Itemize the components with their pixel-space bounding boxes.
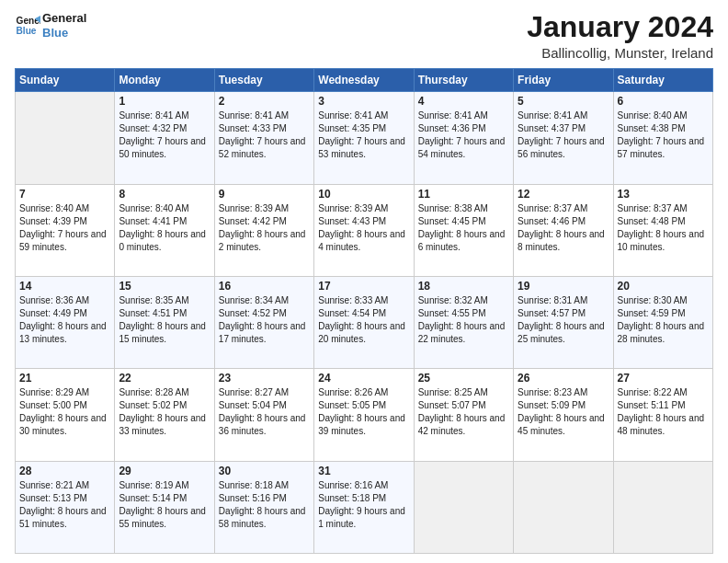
cell-content: Sunrise: 8:40 AMSunset: 4:38 PMDaylight:… — [618, 109, 709, 161]
day-number: 21 — [19, 372, 110, 385]
day-number: 31 — [318, 465, 409, 477]
day-number: 12 — [518, 188, 609, 201]
cell-content: Sunrise: 8:31 AMSunset: 4:57 PMDaylight:… — [518, 294, 609, 346]
day-cell: 10Sunrise: 8:39 AMSunset: 4:43 PMDayligh… — [314, 184, 414, 276]
day-number: 19 — [518, 280, 609, 293]
day-cell: 29Sunrise: 8:19 AMSunset: 5:14 PMDayligh… — [115, 461, 214, 553]
day-number: 28 — [19, 465, 110, 477]
cell-content: Sunrise: 8:19 AMSunset: 5:14 PMDaylight:… — [119, 479, 210, 531]
calendar-table: Sunday Monday Tuesday Wednesday Thursday… — [15, 68, 713, 554]
day-number: 5 — [518, 95, 609, 108]
day-number: 15 — [119, 280, 210, 293]
cell-content: Sunrise: 8:21 AMSunset: 5:13 PMDaylight:… — [19, 479, 110, 531]
day-cell: 20Sunrise: 8:30 AMSunset: 4:59 PMDayligh… — [613, 276, 712, 368]
day-cell: 12Sunrise: 8:37 AMSunset: 4:46 PMDayligh… — [514, 184, 613, 276]
week-row-2: 7Sunrise: 8:40 AMSunset: 4:39 PMDaylight… — [16, 184, 713, 276]
col-thursday: Thursday — [414, 69, 513, 92]
day-number: 22 — [119, 372, 210, 385]
day-cell: 28Sunrise: 8:21 AMSunset: 5:13 PMDayligh… — [16, 461, 115, 553]
cell-content: Sunrise: 8:41 AMSunset: 4:32 PMDaylight:… — [119, 109, 210, 161]
week-row-4: 21Sunrise: 8:29 AMSunset: 5:00 PMDayligh… — [16, 369, 713, 461]
day-number: 1 — [119, 95, 210, 108]
cell-content: Sunrise: 8:36 AMSunset: 4:49 PMDaylight:… — [19, 294, 110, 346]
day-cell — [613, 461, 712, 553]
logo-general: General — [42, 11, 86, 26]
location: Ballincollig, Munster, Ireland — [527, 45, 713, 61]
col-sunday: Sunday — [16, 69, 115, 92]
day-cell: 31Sunrise: 8:16 AMSunset: 5:18 PMDayligh… — [314, 461, 414, 553]
day-cell: 27Sunrise: 8:22 AMSunset: 5:11 PMDayligh… — [613, 369, 712, 461]
cell-content: Sunrise: 8:25 AMSunset: 5:07 PMDaylight:… — [418, 386, 509, 438]
week-row-1: 1Sunrise: 8:41 AMSunset: 4:32 PMDaylight… — [16, 92, 713, 184]
day-cell: 17Sunrise: 8:33 AMSunset: 4:54 PMDayligh… — [314, 276, 414, 368]
col-monday: Monday — [115, 69, 214, 92]
col-wednesday: Wednesday — [314, 69, 414, 92]
cell-content: Sunrise: 8:16 AMSunset: 5:18 PMDaylight:… — [318, 479, 409, 531]
cell-content: Sunrise: 8:28 AMSunset: 5:02 PMDaylight:… — [119, 386, 210, 438]
cell-content: Sunrise: 8:22 AMSunset: 5:11 PMDaylight:… — [618, 386, 709, 438]
day-number: 3 — [318, 95, 409, 108]
day-number: 10 — [318, 188, 409, 201]
cell-content: Sunrise: 8:27 AMSunset: 5:04 PMDaylight:… — [219, 386, 310, 438]
day-cell: 24Sunrise: 8:26 AMSunset: 5:05 PMDayligh… — [314, 369, 414, 461]
day-cell: 5Sunrise: 8:41 AMSunset: 4:37 PMDaylight… — [514, 92, 613, 184]
day-number: 29 — [119, 465, 210, 477]
cell-content: Sunrise: 8:32 AMSunset: 4:55 PMDaylight:… — [418, 294, 509, 346]
cell-content: Sunrise: 8:23 AMSunset: 5:09 PMDaylight:… — [518, 386, 609, 438]
day-number: 27 — [618, 372, 709, 385]
day-cell: 16Sunrise: 8:34 AMSunset: 4:52 PMDayligh… — [214, 276, 313, 368]
cell-content: Sunrise: 8:41 AMSunset: 4:33 PMDaylight:… — [219, 109, 310, 161]
cell-content: Sunrise: 8:26 AMSunset: 5:05 PMDaylight:… — [318, 386, 409, 438]
cell-content: Sunrise: 8:33 AMSunset: 4:54 PMDaylight:… — [318, 294, 409, 346]
col-saturday: Saturday — [613, 69, 712, 92]
day-number: 20 — [618, 280, 709, 293]
day-cell: 3Sunrise: 8:41 AMSunset: 4:35 PMDaylight… — [314, 92, 414, 184]
title-block: January 2024 Ballincollig, Munster, Irel… — [527, 11, 713, 61]
day-cell — [16, 92, 115, 184]
day-number: 4 — [418, 95, 509, 108]
day-cell: 13Sunrise: 8:37 AMSunset: 4:48 PMDayligh… — [613, 184, 712, 276]
day-number: 30 — [219, 465, 310, 477]
day-number: 14 — [19, 280, 110, 293]
day-cell: 2Sunrise: 8:41 AMSunset: 4:33 PMDaylight… — [214, 92, 313, 184]
col-tuesday: Tuesday — [214, 69, 313, 92]
logo-icon: General Blue — [15, 13, 40, 39]
day-number: 11 — [418, 188, 509, 201]
header-row: Sunday Monday Tuesday Wednesday Thursday… — [16, 69, 713, 92]
day-cell: 11Sunrise: 8:38 AMSunset: 4:45 PMDayligh… — [414, 184, 513, 276]
day-cell: 23Sunrise: 8:27 AMSunset: 5:04 PMDayligh… — [214, 369, 313, 461]
day-cell: 21Sunrise: 8:29 AMSunset: 5:00 PMDayligh… — [16, 369, 115, 461]
day-number: 18 — [418, 280, 509, 293]
cell-content: Sunrise: 8:34 AMSunset: 4:52 PMDaylight:… — [219, 294, 310, 346]
cell-content: Sunrise: 8:40 AMSunset: 4:41 PMDaylight:… — [119, 202, 210, 254]
day-cell: 30Sunrise: 8:18 AMSunset: 5:16 PMDayligh… — [214, 461, 313, 553]
day-cell: 18Sunrise: 8:32 AMSunset: 4:55 PMDayligh… — [414, 276, 513, 368]
day-cell: 4Sunrise: 8:41 AMSunset: 4:36 PMDaylight… — [414, 92, 513, 184]
col-friday: Friday — [514, 69, 613, 92]
cell-content: Sunrise: 8:37 AMSunset: 4:48 PMDaylight:… — [618, 202, 709, 254]
day-cell: 25Sunrise: 8:25 AMSunset: 5:07 PMDayligh… — [414, 369, 513, 461]
calendar-page: General Blue General Blue January 2024 B… — [0, 0, 728, 563]
week-row-3: 14Sunrise: 8:36 AMSunset: 4:49 PMDayligh… — [16, 276, 713, 368]
day-number: 8 — [119, 188, 210, 201]
day-number: 7 — [19, 188, 110, 201]
day-cell: 14Sunrise: 8:36 AMSunset: 4:49 PMDayligh… — [16, 276, 115, 368]
cell-content: Sunrise: 8:38 AMSunset: 4:45 PMDaylight:… — [418, 202, 509, 254]
week-row-5: 28Sunrise: 8:21 AMSunset: 5:13 PMDayligh… — [16, 461, 713, 553]
day-number: 2 — [219, 95, 310, 108]
cell-content: Sunrise: 8:29 AMSunset: 5:00 PMDaylight:… — [19, 386, 110, 438]
day-number: 23 — [219, 372, 310, 385]
day-cell — [514, 461, 613, 553]
cell-content: Sunrise: 8:35 AMSunset: 4:51 PMDaylight:… — [119, 294, 210, 346]
logo: General Blue General Blue — [15, 11, 86, 40]
day-cell — [414, 461, 513, 553]
svg-text:Blue: Blue — [17, 25, 37, 35]
cell-content: Sunrise: 8:39 AMSunset: 4:43 PMDaylight:… — [318, 202, 409, 254]
day-cell: 1Sunrise: 8:41 AMSunset: 4:32 PMDaylight… — [115, 92, 214, 184]
cell-content: Sunrise: 8:40 AMSunset: 4:39 PMDaylight:… — [19, 202, 110, 254]
cell-content: Sunrise: 8:37 AMSunset: 4:46 PMDaylight:… — [518, 202, 609, 254]
cell-content: Sunrise: 8:41 AMSunset: 4:37 PMDaylight:… — [518, 109, 609, 161]
day-number: 25 — [418, 372, 509, 385]
day-number: 26 — [518, 372, 609, 385]
cell-content: Sunrise: 8:41 AMSunset: 4:36 PMDaylight:… — [418, 109, 509, 161]
